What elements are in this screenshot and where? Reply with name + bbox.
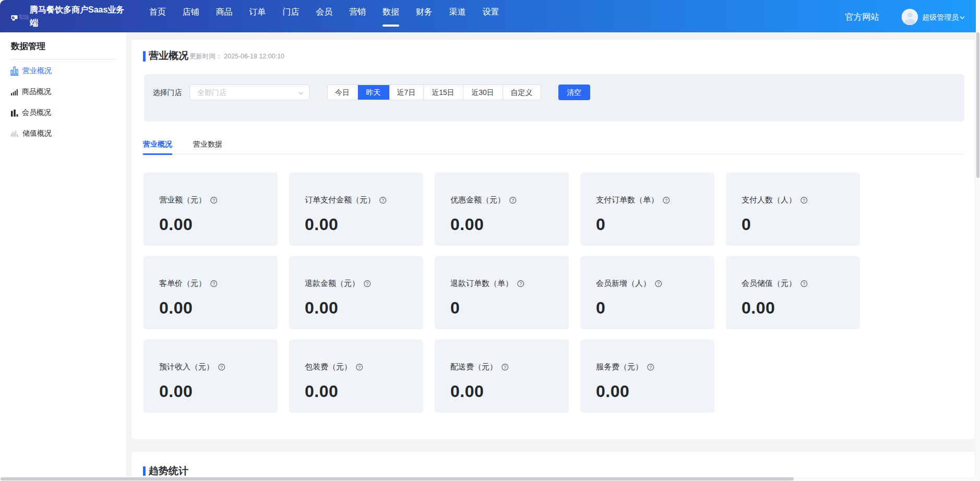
svg-text:?: ?: [665, 197, 667, 202]
svg-text:?: ?: [511, 197, 514, 202]
svg-text:?: ?: [358, 364, 361, 369]
svg-text:?: ?: [504, 364, 506, 369]
svg-text:?: ?: [803, 197, 805, 202]
svg-text:?: ?: [381, 197, 384, 202]
svg-text:?: ?: [803, 281, 805, 286]
svg-text:?: ?: [657, 281, 660, 286]
svg-text:?: ?: [212, 197, 215, 202]
svg-text:?: ?: [220, 364, 223, 369]
svg-text:?: ?: [649, 364, 652, 369]
svg-text:?: ?: [212, 281, 215, 286]
svg-text:?: ?: [366, 281, 368, 286]
svg-text:?: ?: [519, 281, 522, 286]
